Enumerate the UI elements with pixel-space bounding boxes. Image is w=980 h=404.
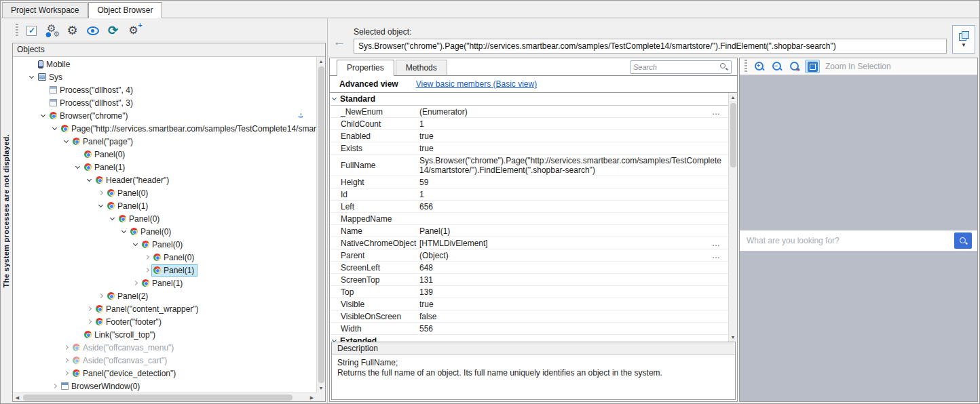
expander-icon[interactable] xyxy=(62,140,71,142)
toolbar-grip[interactable] xyxy=(16,24,18,37)
tree-item[interactable]: Mobile xyxy=(13,58,316,70)
basic-view-link[interactable]: View basic members (Basic view) xyxy=(416,79,538,89)
preview-search-input[interactable] xyxy=(740,230,954,251)
property-row[interactable]: NamePanel(1) xyxy=(330,225,728,237)
scroll-left-arrow-icon[interactable]: ◀ xyxy=(13,393,22,402)
scrollbar-thumb[interactable] xyxy=(318,66,324,383)
property-row[interactable]: FullNameSys.Browser("chrome").Page("http… xyxy=(330,155,728,176)
tree-item[interactable]: Panel(1) xyxy=(13,277,316,289)
scroll-up-arrow-icon[interactable]: ▲ xyxy=(729,93,738,102)
tree-item[interactable]: Footer("footer") xyxy=(13,315,316,328)
section-header[interactable]: Standard xyxy=(330,93,728,106)
property-row[interactable]: Top139 xyxy=(330,286,728,298)
property-row[interactable]: ScreenTop131 xyxy=(330,274,728,286)
tree-item[interactable]: Page("http://services.smartbear.com/samp… xyxy=(13,122,316,135)
tree-item[interactable]: Panel("page") xyxy=(13,135,316,148)
expander-icon[interactable] xyxy=(108,218,117,220)
expander-icon[interactable] xyxy=(131,281,140,285)
section-header[interactable]: Extended xyxy=(330,335,728,342)
property-row[interactable]: Width556 xyxy=(330,323,728,335)
expander-icon[interactable] xyxy=(62,359,71,362)
tab-object-browser[interactable]: Object Browser xyxy=(88,2,162,18)
zoom-reset-button[interactable]: × xyxy=(787,60,802,73)
expander-icon[interactable] xyxy=(96,205,105,207)
tree-item[interactable]: Process("dllhost", 3) xyxy=(13,96,316,109)
expander-icon[interactable] xyxy=(62,346,71,349)
property-row[interactable]: VisibleOnScreenfalse xyxy=(330,310,728,323)
expander-icon[interactable] xyxy=(27,76,36,78)
scroll-down-arrow-icon[interactable]: ▼ xyxy=(729,333,738,342)
expander-icon[interactable] xyxy=(62,371,71,375)
expander-icon[interactable] xyxy=(143,256,151,259)
tree-item[interactable]: Panel(0) xyxy=(13,238,316,251)
move-icon[interactable]: ↔↕ xyxy=(296,110,305,120)
expander-icon[interactable] xyxy=(73,166,82,168)
property-row[interactable]: ScreenLeft648 xyxy=(330,262,728,274)
ellipsis-button[interactable]: … xyxy=(706,107,725,117)
tree-item[interactable]: Panel(1) xyxy=(13,199,316,212)
expander-icon[interactable] xyxy=(85,320,94,323)
expander-icon[interactable] xyxy=(85,307,94,310)
property-search-input[interactable] xyxy=(633,63,720,71)
property-row[interactable]: Visibletrue xyxy=(330,298,728,310)
property-row[interactable]: Parent(Object)… xyxy=(330,249,728,262)
expander-icon[interactable] xyxy=(96,294,105,298)
ellipsis-button[interactable]: … xyxy=(706,239,725,248)
expander-icon[interactable] xyxy=(50,384,59,388)
tree-item[interactable]: Panel(0) xyxy=(13,186,316,199)
scrollbar-thumb[interactable] xyxy=(730,103,736,167)
scrollbar-thumb[interactable] xyxy=(23,395,293,401)
property-row[interactable]: Enabledtrue xyxy=(330,130,728,142)
expander-icon[interactable] xyxy=(119,230,128,233)
tree-item[interactable]: Panel(0) xyxy=(13,225,316,238)
tree-item[interactable]: Panel(1) xyxy=(13,264,316,277)
tree-vertical-scrollbar[interactable]: ▲ ▼ xyxy=(316,57,325,392)
property-row[interactable]: MappedName xyxy=(330,213,728,225)
selected-object-input[interactable] xyxy=(354,39,947,54)
tab-methods[interactable]: Methods xyxy=(396,60,447,75)
tree-item[interactable]: Panel(2) xyxy=(13,289,316,302)
property-row[interactable]: Left656 xyxy=(330,201,728,213)
property-row[interactable]: Height59 xyxy=(330,176,728,188)
actions-gear-button[interactable] xyxy=(124,22,143,40)
expander-icon[interactable] xyxy=(50,127,59,129)
property-row[interactable]: Id1 xyxy=(330,188,728,201)
property-row[interactable]: NativeChromeObject[HTMLDivElement]… xyxy=(330,237,728,249)
tree-item[interactable]: Aside("offcanvas_menu") xyxy=(13,341,316,354)
tree-item[interactable]: Panel(0) xyxy=(13,212,316,225)
tree-item[interactable]: Header("header") xyxy=(13,174,316,186)
zoom-out-button[interactable]: − xyxy=(770,60,785,73)
tree-item[interactable]: BrowserWindow(0) xyxy=(13,380,316,392)
tab-project-workspace[interactable]: Project Workspace xyxy=(2,2,88,18)
tree-item[interactable]: Browser("chrome")↔↕ xyxy=(13,109,316,122)
object-spy-button[interactable] xyxy=(83,22,102,40)
settings-gear-button[interactable] xyxy=(63,22,81,40)
tree-item[interactable]: Link("scroll_top") xyxy=(13,328,316,341)
tree-item[interactable]: Aside("offcanvas_cart") xyxy=(13,354,316,367)
expander-icon[interactable] xyxy=(143,268,151,272)
tree-horizontal-scrollbar[interactable]: ◀ ▶ xyxy=(13,392,316,401)
property-row[interactable]: Existstrue xyxy=(330,142,728,155)
tree-item[interactable]: Panel(1) xyxy=(13,161,316,174)
toolbar-grip[interactable] xyxy=(745,60,747,73)
highlight-object-button[interactable] xyxy=(22,22,41,40)
tab-properties[interactable]: Properties xyxy=(337,60,394,76)
back-button[interactable]: ← xyxy=(331,33,348,51)
scroll-down-arrow-icon[interactable]: ▼ xyxy=(317,384,326,392)
property-row[interactable]: _NewEnum(Enumerator)… xyxy=(330,106,728,118)
expander-icon[interactable] xyxy=(96,191,105,195)
grid-vertical-scrollbar[interactable]: ▲ ▼ xyxy=(728,93,737,342)
expander-icon[interactable] xyxy=(39,115,48,117)
tree-item[interactable]: Panel("device_detection") xyxy=(13,367,316,380)
object-mapping-button[interactable] xyxy=(43,22,61,40)
scroll-right-arrow-icon[interactable]: ▶ xyxy=(307,393,316,402)
tree-item[interactable]: Process("dllhost", 4) xyxy=(13,83,316,96)
copy-button[interactable]: ▼ xyxy=(952,25,975,54)
scroll-up-arrow-icon[interactable]: ▲ xyxy=(317,57,326,66)
tree-item[interactable]: Panel(0) xyxy=(13,148,316,161)
property-row[interactable]: ChildCount1 xyxy=(330,118,728,130)
tree-item[interactable]: Panel("content_wrapper") xyxy=(13,302,316,315)
preview-search-button[interactable] xyxy=(954,233,972,249)
expander-icon[interactable] xyxy=(85,179,94,181)
tree-item[interactable]: Sys xyxy=(13,70,316,83)
